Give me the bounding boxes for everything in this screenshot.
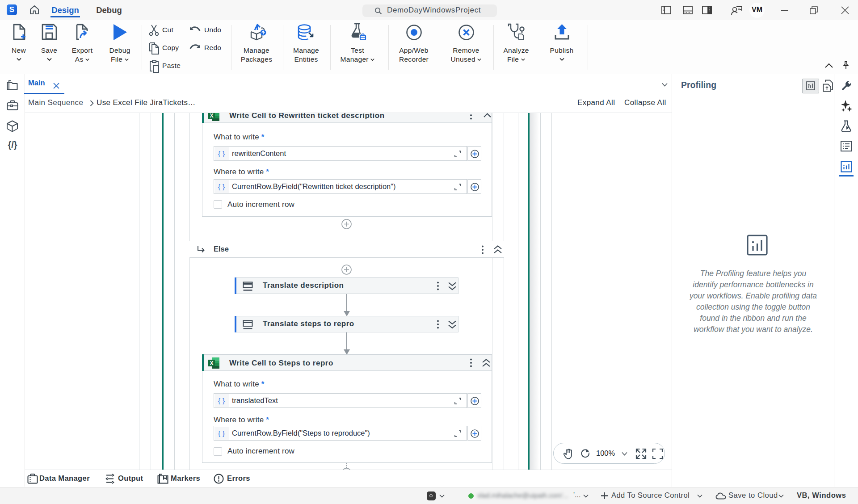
svg-text:X: X [210,360,213,366]
svg-text:X: X [210,113,213,119]
